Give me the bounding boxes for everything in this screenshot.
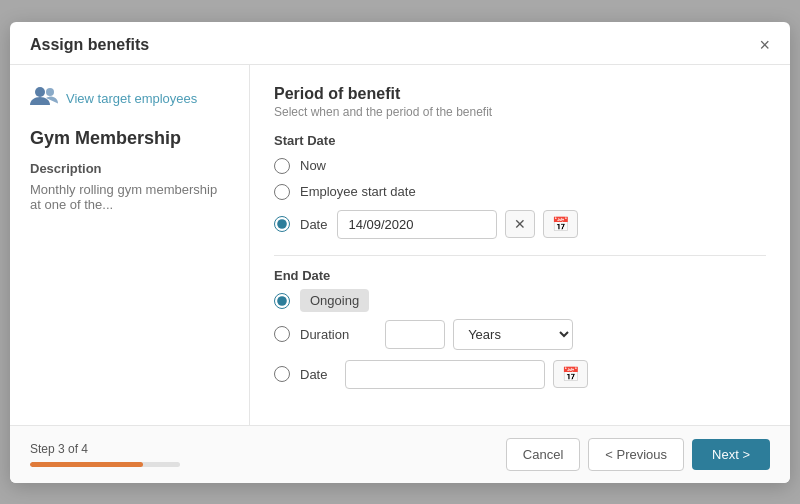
start-now-label: Now: [300, 158, 326, 173]
description-text: Monthly rolling gym membership at one of…: [30, 182, 229, 212]
modal-header: Assign benefits ×: [10, 22, 790, 65]
start-now-row: Now: [274, 158, 766, 174]
end-date-options: Ongoing Duration Years Months Days: [274, 293, 766, 389]
modal-body: View target employees Gym Membership Des…: [10, 65, 790, 425]
end-date-radio-label: Date: [300, 367, 327, 382]
assign-benefits-modal: Assign benefits × View target employ: [10, 22, 790, 483]
start-date-options: Now Employee start date Date ✕: [274, 158, 766, 239]
view-employees-row: View target employees: [30, 85, 229, 112]
step-info: Step 3 of 4: [30, 442, 180, 467]
end-date-row: Date 📅: [274, 360, 766, 389]
start-now-radio[interactable]: [274, 158, 290, 174]
end-ongoing-label: Ongoing: [300, 293, 369, 308]
duration-inputs: Years Months Days: [385, 319, 573, 350]
view-employees-link[interactable]: View target employees: [66, 91, 197, 106]
modal-overlay: Assign benefits × View target employ: [0, 0, 800, 504]
start-employee-row: Employee start date: [274, 184, 766, 200]
next-button[interactable]: Next >: [692, 439, 770, 470]
start-date-clear-btn[interactable]: ✕: [505, 210, 535, 238]
previous-button[interactable]: < Previous: [588, 438, 684, 471]
divider: [274, 255, 766, 256]
duration-unit-select[interactable]: Years Months Days: [453, 319, 573, 350]
modal-title: Assign benefits: [30, 36, 149, 54]
progress-bar-fill: [30, 462, 143, 467]
employees-icon: [30, 85, 58, 112]
period-subtitle: Select when and the period of the benefi…: [274, 105, 766, 119]
end-date-radio[interactable]: [274, 366, 290, 382]
end-date-label: End Date: [274, 268, 766, 283]
start-date-label: Start Date: [274, 133, 766, 148]
end-ongoing-row: Ongoing: [274, 293, 766, 309]
close-button[interactable]: ×: [759, 36, 770, 54]
footer-buttons: Cancel < Previous Next >: [506, 438, 770, 471]
start-date-input[interactable]: [337, 210, 497, 239]
start-date-radio-label: Date: [300, 217, 327, 232]
end-duration-label: Duration: [300, 327, 349, 342]
step-text: Step 3 of 4: [30, 442, 180, 456]
right-panel: Period of benefit Select when and the pe…: [250, 65, 790, 425]
benefit-name: Gym Membership: [30, 128, 229, 149]
duration-number-input[interactable]: [385, 320, 445, 349]
svg-point-0: [35, 87, 45, 97]
svg-point-1: [46, 88, 54, 96]
start-date-radio[interactable]: [274, 216, 290, 232]
end-date-input-row: 📅: [345, 360, 588, 389]
cancel-button[interactable]: Cancel: [506, 438, 580, 471]
period-title: Period of benefit: [274, 85, 766, 103]
start-employee-radio[interactable]: [274, 184, 290, 200]
modal-footer: Step 3 of 4 Cancel < Previous Next >: [10, 425, 790, 483]
end-ongoing-radio[interactable]: [274, 293, 290, 309]
start-date-calendar-btn[interactable]: 📅: [543, 210, 578, 238]
left-panel: View target employees Gym Membership Des…: [10, 65, 250, 425]
progress-bar-background: [30, 462, 180, 467]
end-duration-row: Duration Years Months Days: [274, 319, 766, 350]
description-label: Description: [30, 161, 229, 176]
end-date-calendar-btn[interactable]: 📅: [553, 360, 588, 388]
start-date-row: Date ✕ 📅: [274, 210, 766, 239]
start-date-input-row: ✕ 📅: [337, 210, 578, 239]
end-date-input[interactable]: [345, 360, 545, 389]
start-employee-label: Employee start date: [300, 184, 416, 199]
ongoing-badge: Ongoing: [300, 289, 369, 312]
end-duration-radio[interactable]: [274, 326, 290, 342]
